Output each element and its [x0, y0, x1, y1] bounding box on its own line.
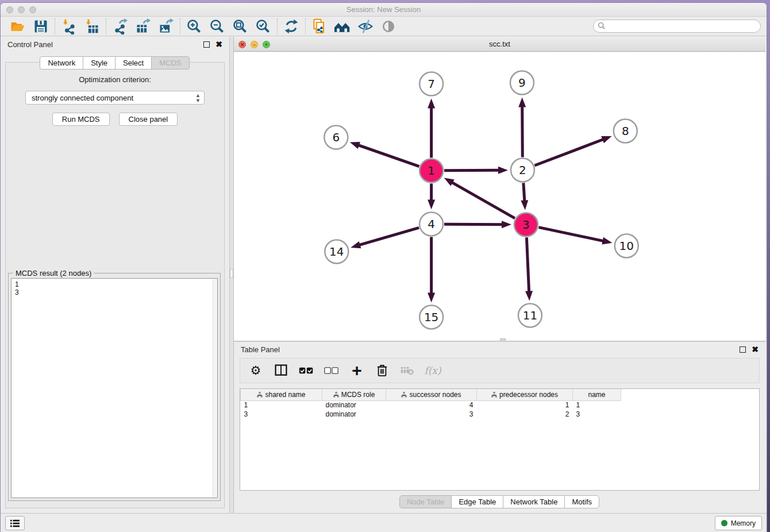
save-session-icon[interactable] — [29, 18, 52, 35]
tab-style[interactable]: Style — [83, 56, 116, 70]
zoom-out-icon[interactable] — [206, 18, 229, 35]
node-table[interactable]: shared nameMCDS rolesuccessor nodesprede… — [240, 389, 621, 419]
edge-2-3[interactable] — [523, 183, 525, 202]
optimization-criterion-value: strongly connected component — [32, 94, 133, 102]
edge-3-1[interactable] — [451, 182, 515, 218]
toolbar-separator — [277, 18, 278, 34]
table-row[interactable]: 1dominator411 — [241, 400, 621, 410]
tab-node-table[interactable]: Node Table — [399, 495, 452, 508]
node-label-11: 11 — [523, 309, 537, 322]
import-network-icon[interactable] — [57, 18, 80, 35]
main-toolbar — [1, 17, 767, 36]
node-label-14: 14 — [329, 245, 344, 259]
tab-edge-table[interactable]: Edge Table — [451, 495, 503, 508]
zoom-fit-icon[interactable] — [229, 18, 252, 35]
window-title: Session: New Session — [1, 5, 767, 14]
title-bar: Session: New Session — [1, 3, 767, 17]
table-settings-gear-icon[interactable]: ⚙ — [246, 361, 265, 380]
network-canvas[interactable]: 7968124314101511 — [234, 52, 765, 341]
export-network-icon[interactable] — [109, 18, 132, 35]
node-label-8: 8 — [622, 124, 629, 138]
export-table-icon[interactable] — [132, 18, 155, 35]
scrollbar[interactable] — [213, 279, 217, 498]
edge-2-8[interactable] — [534, 139, 604, 165]
search-box — [593, 20, 761, 33]
status-bar: Memory — [1, 513, 767, 532]
toolbar-separator — [180, 18, 180, 34]
open-file-icon[interactable] — [6, 18, 29, 35]
show-hide-graphics-icon[interactable] — [377, 18, 400, 35]
create-column-icon[interactable]: + — [347, 361, 367, 380]
unselect-all-columns-icon[interactable] — [322, 361, 341, 380]
node-label-15: 15 — [424, 310, 438, 324]
zoom-in-icon[interactable] — [183, 18, 206, 35]
float-panel-icon[interactable] — [203, 41, 210, 48]
mcds-result-title: MCDS result (2 nodes) — [13, 269, 94, 277]
mcds-tab-content: Optimization criterion: strongly connect… — [5, 62, 225, 508]
tab-network-table[interactable]: Network Table — [503, 495, 565, 508]
panel-splitter[interactable] — [229, 37, 234, 513]
edge-1-2[interactable] — [444, 170, 500, 171]
run-mcds-button[interactable]: Run MCDS — [52, 113, 110, 126]
column-header-MCDS-role[interactable]: MCDS role — [322, 389, 386, 400]
tab-select[interactable]: Select — [115, 56, 152, 70]
table-row[interactable]: 3dominator323 — [241, 410, 621, 419]
arrowhead-icon — [351, 241, 361, 248]
mcds-result-box: MCDS result (2 nodes) 1 3 — [8, 273, 221, 501]
apply-layout-icon[interactable] — [280, 18, 303, 35]
close-table-panel-icon[interactable]: ✖ — [752, 345, 759, 353]
tab-motifs[interactable]: Motifs — [564, 495, 599, 508]
export-image-icon[interactable] — [155, 18, 178, 35]
column-header-name[interactable]: name — [573, 389, 621, 400]
edge-3-10[interactable] — [538, 228, 604, 241]
search-input[interactable] — [593, 20, 761, 33]
close-panel-icon[interactable]: ✖ — [215, 40, 222, 48]
network-window-title: scc.txt — [234, 40, 765, 48]
node-label-1: 1 — [428, 164, 435, 178]
node-table-container: shared nameMCDS rolesuccessor nodesprede… — [240, 388, 760, 491]
show-column-icon[interactable] — [271, 361, 291, 380]
tab-mcds[interactable]: MCDS — [151, 56, 189, 70]
function-builder-icon[interactable]: f(x) — [423, 361, 442, 380]
edge-2-9[interactable] — [522, 105, 523, 157]
delete-column-icon[interactable] — [372, 361, 392, 380]
toolbar-separator — [55, 18, 55, 34]
optimization-criterion-select[interactable]: strongly connected component ▲▼ — [25, 91, 205, 105]
column-header-shared-name[interactable]: shared name — [241, 389, 322, 400]
splitter-grip[interactable] — [230, 269, 233, 278]
arrowhead-icon — [502, 221, 511, 228]
edge-3-11[interactable] — [526, 237, 529, 292]
select-all-columns-icon[interactable] — [297, 361, 316, 380]
memory-status-icon — [721, 520, 727, 526]
network-view-window: ✕ – + scc.txt 7968124314101511 — [234, 37, 767, 341]
show-hide-style-icon[interactable] — [354, 18, 377, 35]
column-header-predecessor-nodes[interactable]: predecessor nodes — [477, 389, 573, 400]
mcds-result-text[interactable]: 1 3 — [11, 278, 218, 498]
node-label-10: 10 — [619, 239, 634, 253]
network-graph[interactable]: 7968124314101511 — [234, 52, 765, 341]
arrowhead-icon — [518, 97, 526, 107]
first-neighbors-icon[interactable] — [331, 18, 354, 35]
edge-4-14[interactable] — [359, 228, 419, 245]
arrowhead-icon — [444, 178, 455, 186]
column-header-successor-nodes[interactable]: successor nodes — [386, 389, 477, 400]
float-table-panel-icon[interactable] — [740, 346, 746, 353]
table-panel-title: Table Panel — [241, 345, 280, 354]
edge-1-6[interactable] — [357, 145, 419, 167]
control-panel-tabs: NetworkStyleSelectMCDS — [1, 56, 229, 70]
zoom-selected-icon[interactable] — [252, 18, 275, 35]
delete-table-icon[interactable] — [398, 361, 417, 380]
memory-button[interactable]: Memory — [715, 516, 762, 530]
arrowhead-icon — [602, 237, 612, 245]
import-table-icon[interactable] — [80, 18, 103, 35]
task-history-button[interactable] — [5, 516, 25, 530]
close-panel-button[interactable]: Close panel — [119, 113, 178, 126]
edge-4-3[interactable] — [444, 224, 503, 225]
tab-network[interactable]: Network — [40, 56, 83, 70]
new-network-from-selection-icon[interactable] — [308, 18, 331, 35]
memory-label: Memory — [731, 519, 756, 527]
arrowhead-icon — [498, 167, 508, 174]
arrowhead-icon — [350, 142, 360, 149]
control-panel-title: Control Panel — [7, 40, 53, 49]
arrowhead-icon — [601, 136, 611, 143]
